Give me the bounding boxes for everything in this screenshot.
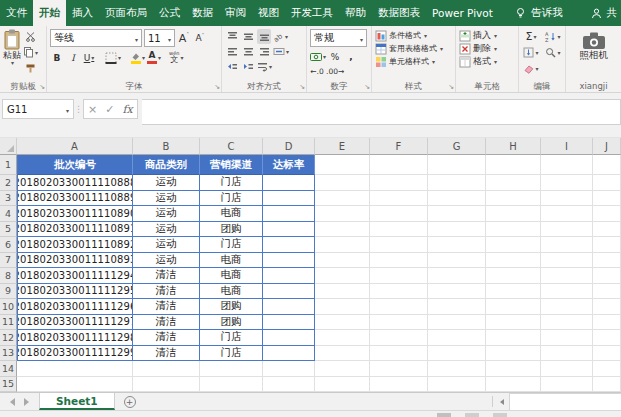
cell-I4[interactable] xyxy=(541,206,593,222)
tab-view[interactable]: 视图 xyxy=(252,0,285,26)
cell-I13[interactable] xyxy=(541,346,593,362)
cell-H12[interactable] xyxy=(486,330,541,346)
cell-H3[interactable] xyxy=(486,191,541,207)
cell-I3[interactable] xyxy=(541,191,593,207)
increase-decimal-button[interactable]: ←.0 xyxy=(310,64,324,79)
sheet-tab-sheet1[interactable]: Sheet1 xyxy=(39,393,115,410)
cell-F14[interactable] xyxy=(370,361,428,377)
view-normal-button[interactable] xyxy=(437,413,451,417)
cell-C5[interactable]: 团购 xyxy=(200,222,263,238)
find-select-button[interactable] xyxy=(544,45,562,60)
italic-button[interactable]: I xyxy=(66,50,80,65)
cell-C2[interactable]: 门店 xyxy=(200,175,263,191)
cell-B2[interactable]: 运动 xyxy=(133,175,200,191)
insert-function-button[interactable]: fx xyxy=(122,104,132,115)
cell-F6[interactable] xyxy=(370,237,428,253)
cell-E14[interactable] xyxy=(315,361,370,377)
borders-button[interactable] xyxy=(105,50,121,65)
cell-J4[interactable] xyxy=(593,206,621,222)
cell-E4[interactable] xyxy=(315,206,370,222)
number-dialog-launcher[interactable]: ↘ xyxy=(364,84,370,91)
sort-filter-button[interactable]: AZ xyxy=(544,29,562,44)
cell-H1[interactable] xyxy=(486,155,541,175)
sheet-nav-prev-icon[interactable] xyxy=(10,398,15,406)
cell-I1[interactable] xyxy=(541,155,593,175)
cell-I7[interactable] xyxy=(541,253,593,269)
cell-E9[interactable] xyxy=(315,284,370,300)
cell-J13[interactable] xyxy=(593,346,621,362)
cell-E2[interactable] xyxy=(315,175,370,191)
cell-D8[interactable] xyxy=(263,268,315,284)
cell-C3[interactable]: 门店 xyxy=(200,191,263,207)
col-header-G[interactable]: G xyxy=(428,138,486,155)
cell-D1[interactable]: 达标率 xyxy=(263,155,315,175)
cell-F2[interactable] xyxy=(370,175,428,191)
cell-C15[interactable] xyxy=(200,377,263,393)
row-header-7[interactable]: 7 xyxy=(0,253,17,269)
cell-B5[interactable]: 运动 xyxy=(133,222,200,238)
cell-I10[interactable] xyxy=(541,299,593,315)
col-header-H[interactable]: H xyxy=(486,138,541,155)
cell-D11[interactable] xyxy=(263,315,315,331)
scroll-left-button[interactable] xyxy=(495,393,509,410)
cell-F8[interactable] xyxy=(370,268,428,284)
cell-C9[interactable]: 电商 xyxy=(200,284,263,300)
row-header-4[interactable]: 4 xyxy=(0,206,17,222)
cell-F15[interactable] xyxy=(370,377,428,393)
cell-A12[interactable]: 2018020330011111298 xyxy=(17,330,133,346)
cell-C4[interactable]: 电商 xyxy=(200,206,263,222)
cell-I15[interactable] xyxy=(541,377,593,393)
cell-F4[interactable] xyxy=(370,206,428,222)
cell-I8[interactable] xyxy=(541,268,593,284)
cell-C14[interactable] xyxy=(200,361,263,377)
row-header-6[interactable]: 6 xyxy=(0,237,17,253)
cell-E8[interactable] xyxy=(315,268,370,284)
cell-D13[interactable] xyxy=(263,346,315,362)
cell-A10[interactable]: 2018020330011111296 xyxy=(17,299,133,315)
cell-E12[interactable] xyxy=(315,330,370,346)
cell-I5[interactable] xyxy=(541,222,593,238)
cell-G15[interactable] xyxy=(428,377,486,393)
cell-A2[interactable]: 2018020330011110888 xyxy=(17,175,133,191)
font-name-combo[interactable]: 等线 xyxy=(50,29,142,47)
insert-cells-button[interactable]: 插入 xyxy=(459,29,515,42)
camera-button[interactable]: 照相机 xyxy=(569,29,618,61)
cell-F1[interactable] xyxy=(370,155,428,175)
fill-color-button[interactable] xyxy=(130,50,145,65)
row-header-1[interactable]: 1 xyxy=(0,155,17,175)
cell-B9[interactable]: 清洁 xyxy=(133,284,200,300)
row-header-15[interactable]: 15 xyxy=(0,377,17,393)
cell-D2[interactable] xyxy=(263,175,315,191)
share-label[interactable]: 共 xyxy=(607,6,618,20)
cell-J7[interactable] xyxy=(593,253,621,269)
cell-A6[interactable]: 2018020330011110892 xyxy=(17,237,133,253)
cell-H14[interactable] xyxy=(486,361,541,377)
cell-D3[interactable] xyxy=(263,191,315,207)
cell-B11[interactable]: 清洁 xyxy=(133,315,200,331)
cell-C11[interactable]: 团购 xyxy=(200,315,263,331)
cell-H10[interactable] xyxy=(486,299,541,315)
number-format-combo[interactable]: 常规 xyxy=(310,29,367,47)
tab-page-layout[interactable]: 页面布局 xyxy=(99,0,153,26)
name-box[interactable]: G11 xyxy=(2,99,74,119)
cell-B6[interactable]: 运动 xyxy=(133,237,200,253)
cell-G11[interactable] xyxy=(428,315,486,331)
phonetic-guide-button[interactable]: wén 文 xyxy=(169,50,183,65)
cell-J3[interactable] xyxy=(593,191,621,207)
cell-G2[interactable] xyxy=(428,175,486,191)
cell-D4[interactable] xyxy=(263,206,315,222)
cell-C13[interactable]: 门店 xyxy=(200,346,263,362)
increase-indent-button[interactable] xyxy=(241,59,255,74)
cut-button[interactable] xyxy=(23,29,38,44)
merge-center-button[interactable] xyxy=(273,44,289,59)
paste-button[interactable]: 粘贴 xyxy=(3,29,21,67)
cell-G7[interactable] xyxy=(428,253,486,269)
delete-cells-button[interactable]: 删除 xyxy=(459,42,515,55)
cell-styles-button[interactable]: 单元格样式 xyxy=(375,55,452,68)
align-bottom-button[interactable] xyxy=(257,29,271,44)
autosum-button[interactable]: Σ xyxy=(522,29,540,44)
row-header-14[interactable]: 14 xyxy=(0,361,17,377)
cell-F9[interactable] xyxy=(370,284,428,300)
cell-J10[interactable] xyxy=(593,299,621,315)
cell-F12[interactable] xyxy=(370,330,428,346)
